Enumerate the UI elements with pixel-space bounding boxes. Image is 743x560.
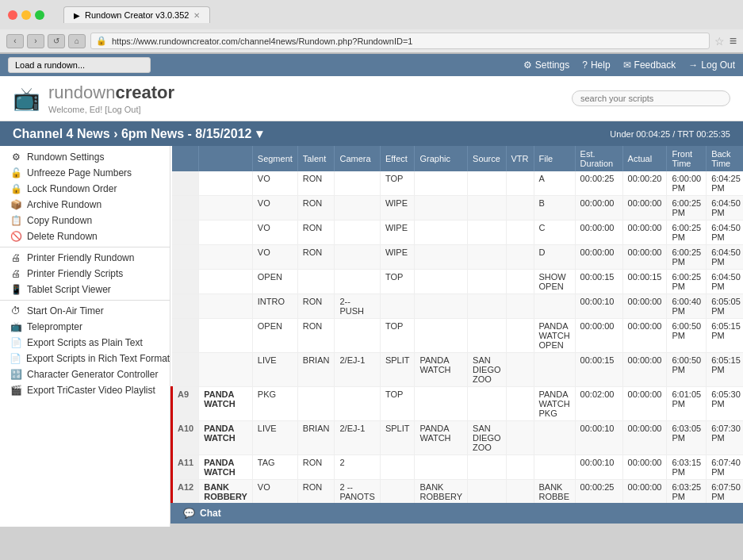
- sidebar-item-icon: 📄: [10, 353, 21, 364]
- sidebar-item-label: Printer Friendly Scripts: [27, 268, 123, 279]
- ssl-icon: 🔒: [96, 36, 107, 46]
- logo: rundowncreator: [48, 82, 174, 103]
- table-row[interactable]: VORONWIPEB00:00:0000:00:006:00:25 PM6:04…: [172, 196, 744, 221]
- cell-source: [468, 270, 506, 294]
- home-button[interactable]: ⌂: [68, 34, 86, 48]
- sidebar-item-archive-rundown[interactable]: 📦Archive Rundown: [0, 197, 170, 213]
- bookmark-icon[interactable]: ☆: [714, 35, 725, 48]
- table-row[interactable]: VORONTOPA00:00:2500:00:206:00:00 PM6:04:…: [172, 171, 744, 196]
- sidebar-item-copy-rundown[interactable]: 📋Copy Rundown: [0, 213, 170, 228]
- forward-button[interactable]: ›: [27, 34, 44, 48]
- menu-icon[interactable]: ≡: [730, 34, 737, 48]
- logout-nav[interactable]: → Log Out: [688, 59, 735, 71]
- sidebar-item-rundown-settings[interactable]: ⚙Rundown Settings: [0, 149, 170, 165]
- cell-row-title: [199, 270, 253, 294]
- sidebar-item-teleprompter[interactable]: 📺Teleprompter: [0, 319, 170, 335]
- sidebar-item-tablet-script-viewer[interactable]: 📱Tablet Script Viewer: [0, 282, 170, 297]
- sidebar-item-export-tricaster[interactable]: 🎬Export TriCaster Video Playlist: [0, 382, 170, 398]
- rundown-dropdown[interactable]: Load a rundown...: [8, 57, 151, 73]
- cell-talent: [297, 270, 335, 294]
- cell-row-title: [199, 196, 253, 221]
- search-scripts-input[interactable]: [572, 90, 730, 106]
- cell-est_dur: 00:00:00: [575, 245, 622, 270]
- cell-source: SAN DIEGO ZOO: [468, 421, 506, 455]
- app-header: 📺 rundowncreator Welcome, Ed! [Log Out]: [0, 76, 743, 121]
- page-title-dropdown-icon[interactable]: ▾: [256, 126, 262, 141]
- cell-file: A: [534, 171, 575, 196]
- url-display[interactable]: https://www.rundowncreator.com/channel4n…: [112, 36, 704, 46]
- cell-file: SHOW OPEN: [534, 270, 575, 294]
- chat-button[interactable]: 💬 Chat: [170, 503, 743, 524]
- sidebar-item-icon: 📱: [10, 284, 22, 295]
- cell-effect: WIPE: [380, 221, 415, 245]
- sidebar-item-unfreeze-page-numbers[interactable]: 🔓Unfreeze Page Numbers: [0, 165, 170, 181]
- rundown-table-area: SegmentTalentCameraEffectGraphicSourceVT…: [170, 146, 743, 503]
- cell-file: BANK ROBBE RY VO: [534, 480, 575, 504]
- cell-segment: VO: [252, 245, 297, 270]
- sidebar-item-printer-friendly-scripts[interactable]: 🖨Printer Friendly Scripts: [0, 266, 170, 282]
- cell-talent: RON: [297, 245, 335, 270]
- col-header-back-time: Back Time: [707, 146, 743, 171]
- cell-file: [534, 294, 575, 319]
- sidebar-item-printer-friendly-rundown[interactable]: 🖨Printer Friendly Rundown: [0, 250, 170, 266]
- sidebar-divider: [0, 247, 170, 247]
- table-row[interactable]: OPENRONTOPPANDA WATCH OPEN00:00:0000:00:…: [172, 319, 744, 353]
- sidebar-item-icon: 🚫: [10, 231, 22, 242]
- sidebar-item-export-rich-text[interactable]: 📄Export Scripts in Rich Text Format: [0, 351, 170, 366]
- maximize-button[interactable]: [35, 10, 44, 20]
- cell-est_dur: 00:00:10: [575, 294, 622, 319]
- table-row[interactable]: A10PANDA WATCHLIVEBRIAN2/EJ-1SPLITPANDA …: [172, 421, 744, 455]
- help-nav[interactable]: ? Help: [582, 59, 610, 71]
- table-row[interactable]: A9PANDA WATCHPKGTOPPANDA WATCH PKG00:02:…: [172, 387, 744, 421]
- cell-est_dur: 00:00:00: [575, 319, 622, 353]
- sidebar-item-start-on-air-timer[interactable]: ⏱Start On-Air Timer: [0, 303, 170, 319]
- cell-camera: 2-- PUSH: [335, 294, 380, 319]
- cell-actual: 00:00:00: [622, 196, 667, 221]
- close-button[interactable]: [8, 10, 17, 20]
- sidebar-item-character-generator[interactable]: 🔡Character Generator Controller: [0, 366, 170, 382]
- cell-segment: VO: [252, 480, 297, 504]
- cell-row-id: [172, 171, 199, 196]
- refresh-button[interactable]: ↺: [48, 34, 65, 48]
- table-row[interactable]: VORONWIPED00:00:0000:00:006:00:25 PM6:04…: [172, 245, 744, 270]
- sidebar-item-lock-rundown-order[interactable]: 🔒Lock Rundown Order: [0, 181, 170, 197]
- table-row[interactable]: OPENTOPSHOW OPEN00:00:1500:00:156:00:25 …: [172, 270, 744, 294]
- cell-graphic: PANDA WATCH: [415, 421, 468, 455]
- minimize-button[interactable]: [21, 10, 31, 20]
- logo-icon: 📺: [13, 86, 40, 112]
- cell-vtr: [506, 421, 534, 455]
- cell-back: 6:04:50 PM: [707, 221, 743, 245]
- table-row[interactable]: VORONWIPEC00:00:0000:00:006:00:25 PM6:04…: [172, 221, 744, 245]
- cell-vtr: [506, 196, 534, 221]
- feedback-nav[interactable]: ✉ Feedback: [623, 59, 676, 71]
- cell-est_dur: 00:00:10: [575, 455, 622, 480]
- cell-back: 6:04:50 PM: [707, 270, 743, 294]
- sidebar-item-export-plain-text[interactable]: 📄Export Scripts as Plain Text: [0, 335, 170, 351]
- cell-segment: INTRO: [252, 294, 297, 319]
- back-button[interactable]: ‹: [6, 34, 24, 48]
- cell-row-id: [172, 196, 199, 221]
- cell-row-title: [199, 171, 253, 196]
- cell-row-title: [199, 221, 253, 245]
- col-header-id: [172, 146, 199, 171]
- cell-back: 6:04:50 PM: [707, 196, 743, 221]
- cell-actual: 00:00:00: [622, 221, 667, 245]
- table-row[interactable]: A11PANDA WATCHTAGRON200:00:1000:00:006:0…: [172, 455, 744, 480]
- cell-source: [468, 245, 506, 270]
- help-label: Help: [591, 59, 611, 71]
- tab-close-icon[interactable]: ✕: [193, 11, 200, 20]
- logout-icon: →: [688, 59, 698, 71]
- table-row[interactable]: LIVEBRIAN2/EJ-1SPLITPANDA WATCHSAN DIEGO…: [172, 353, 744, 387]
- cell-source: [468, 221, 506, 245]
- sidebar-item-delete-rundown[interactable]: 🚫Delete Rundown: [0, 228, 170, 244]
- table-row[interactable]: INTRORON2-- PUSH00:00:1000:00:006:00:40 …: [172, 294, 744, 319]
- cell-actual: 00:00:00: [622, 353, 667, 387]
- sidebar-item-icon: 📦: [10, 199, 22, 210]
- settings-nav[interactable]: ⚙ Settings: [523, 59, 569, 71]
- sidebar-divider: [0, 300, 170, 301]
- cell-camera: 2/EJ-1: [335, 421, 380, 455]
- sidebar-item-label: Tablet Script Viewer: [27, 284, 111, 295]
- sidebar-item-label: Export TriCaster Video Playlist: [27, 385, 155, 396]
- table-row[interactable]: A12BANK ROBBERYVORON2 -- PANOTS & ADDBAN…: [172, 480, 744, 504]
- cell-camera: [335, 245, 380, 270]
